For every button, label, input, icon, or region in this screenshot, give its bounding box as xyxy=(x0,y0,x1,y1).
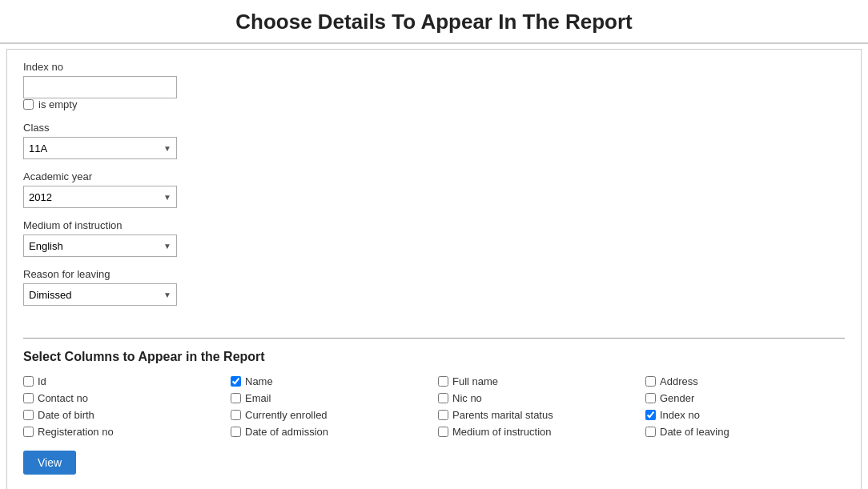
col-nic-no-item: Nic no xyxy=(438,392,637,404)
col-registration-no-item: Registeration no xyxy=(23,426,223,438)
main-content: Index no is empty Class 11A 11B 10A 10B … xyxy=(6,49,862,489)
reason-select[interactable]: Dimissed Transferred Completed Other xyxy=(23,283,177,306)
medium-label: Medium of instruction xyxy=(23,219,845,231)
academic-year-select[interactable]: 2012 2013 2014 2011 xyxy=(23,186,177,208)
class-group: Class 11A 11B 10A 10B xyxy=(23,122,845,159)
col-id-item: Id xyxy=(23,375,223,387)
col-address-checkbox[interactable] xyxy=(645,376,656,387)
col-id-label: Id xyxy=(38,375,46,387)
col-parents-marital-status-checkbox[interactable] xyxy=(438,410,448,420)
col-address-label: Address xyxy=(660,375,698,387)
col-parents-marital-status-label: Parents marital status xyxy=(452,409,553,421)
col-registration-no-checkbox[interactable] xyxy=(23,427,34,437)
medium-select[interactable]: English Sinhala Tamil xyxy=(23,234,177,257)
col-index-no-checkbox[interactable] xyxy=(645,410,656,420)
is-empty-label: is empty xyxy=(38,98,77,110)
academic-year-label: Academic year xyxy=(23,170,845,182)
col-contact-no-checkbox[interactable] xyxy=(23,393,34,403)
reason-label: Reason for leaving xyxy=(23,268,845,280)
col-date-of-birth-checkbox[interactable] xyxy=(23,410,34,420)
col-date-of-admission-label: Date of admission xyxy=(245,426,328,438)
index-no-input[interactable] xyxy=(23,76,177,98)
section-divider xyxy=(23,338,845,339)
col-name-label: Name xyxy=(245,375,273,387)
col-currently-enrolled-checkbox[interactable] xyxy=(231,410,241,420)
academic-year-select-wrapper: 2012 2013 2014 2011 xyxy=(23,186,177,208)
view-button[interactable]: View xyxy=(23,451,76,475)
col-date-of-leaving-label: Date of leaving xyxy=(660,426,729,438)
class-label: Class xyxy=(23,122,845,134)
col-date-of-birth-label: Date of birth xyxy=(38,409,94,421)
col-name-checkbox[interactable] xyxy=(231,376,241,387)
col-address-item: Address xyxy=(645,375,845,387)
col-date-of-leaving-checkbox[interactable] xyxy=(645,427,656,437)
is-empty-row: is empty xyxy=(23,98,845,110)
col-contact-no-item: Contact no xyxy=(23,392,223,404)
col-full-name-label: Full name xyxy=(452,375,498,387)
col-id-checkbox[interactable] xyxy=(23,376,34,387)
col-medium-of-instruction-label: Medium of instruction xyxy=(452,426,552,438)
col-medium-of-instruction-checkbox[interactable] xyxy=(438,427,448,437)
col-email-label: Email xyxy=(245,392,271,404)
col-date-of-admission-item: Date of admission xyxy=(231,426,430,438)
medium-group: Medium of instruction English Sinhala Ta… xyxy=(23,219,845,257)
col-nic-no-checkbox[interactable] xyxy=(438,393,448,403)
col-index-no-label: Index no xyxy=(660,409,700,421)
col-full-name-checkbox[interactable] xyxy=(438,376,448,387)
columns-title: Select Columns to Appear in the Report xyxy=(23,350,845,364)
filter-section: Index no is empty Class 11A 11B 10A 10B … xyxy=(23,61,845,330)
col-gender-checkbox[interactable] xyxy=(645,393,656,403)
col-date-of-leaving-item: Date of leaving xyxy=(645,426,845,438)
page-title: Choose Details To Appear In The Report xyxy=(0,10,868,34)
page-header: Choose Details To Appear In The Report xyxy=(0,0,868,44)
col-email-item: Email xyxy=(231,392,430,404)
col-index-no-item: Index no xyxy=(645,409,845,421)
class-select-wrapper: 11A 11B 10A 10B xyxy=(23,137,177,159)
col-nic-no-label: Nic no xyxy=(452,392,482,404)
col-full-name-item: Full name xyxy=(438,375,637,387)
col-gender-item: Gender xyxy=(645,392,845,404)
class-select[interactable]: 11A 11B 10A 10B xyxy=(23,137,177,159)
reason-group: Reason for leaving Dimissed Transferred … xyxy=(23,268,845,306)
col-currently-enrolled-item: Currently enrolled xyxy=(231,409,430,421)
col-currently-enrolled-label: Currently enrolled xyxy=(245,409,328,421)
is-empty-checkbox[interactable] xyxy=(23,99,34,110)
index-no-group: Index no is empty xyxy=(23,61,845,110)
columns-grid: Id Name Full name Address Contact no Ema xyxy=(23,375,845,438)
index-no-label: Index no xyxy=(23,61,845,73)
col-date-of-birth-item: Date of birth xyxy=(23,409,223,421)
medium-select-wrapper: English Sinhala Tamil xyxy=(23,234,177,257)
col-email-checkbox[interactable] xyxy=(231,393,241,403)
col-registration-no-label: Registeration no xyxy=(38,426,114,438)
col-date-of-admission-checkbox[interactable] xyxy=(231,427,241,437)
reason-select-wrapper: Dimissed Transferred Completed Other xyxy=(23,283,177,306)
col-name-item: Name xyxy=(231,375,430,387)
col-parents-marital-status-item: Parents marital status xyxy=(438,409,637,421)
col-contact-no-label: Contact no xyxy=(38,392,88,404)
columns-section: Select Columns to Appear in the Report I… xyxy=(23,350,845,475)
col-medium-of-instruction-item: Medium of instruction xyxy=(438,426,637,438)
academic-year-group: Academic year 2012 2013 2014 2011 xyxy=(23,170,845,208)
col-gender-label: Gender xyxy=(660,392,694,404)
